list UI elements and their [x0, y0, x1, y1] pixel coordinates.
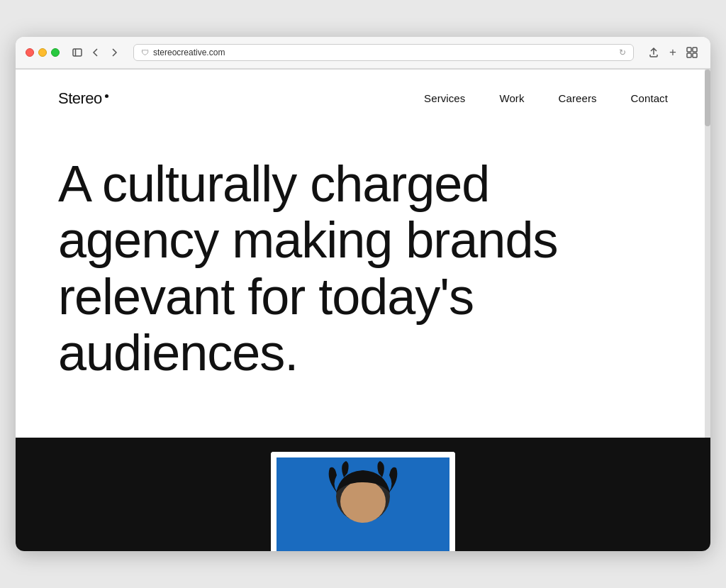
nav-link-careers[interactable]: Careers [559, 92, 597, 104]
site-logo[interactable]: Stereo [58, 89, 108, 108]
hero-section: A culturally charged agency making brand… [16, 128, 710, 438]
nav-link-work[interactable]: Work [499, 92, 524, 104]
browser-window: 🛡 stereocreative.com ↻ + [16, 37, 710, 551]
nav-item-careers[interactable]: Careers [559, 92, 597, 105]
website-content: Stereo Services Work Careers Contact A c… [16, 70, 710, 551]
url-text: stereocreative.com [153, 48, 225, 57]
browser-actions: + [645, 44, 700, 61]
svg-rect-4 [687, 53, 691, 57]
nav-item-services[interactable]: Services [424, 92, 465, 105]
maximize-button[interactable] [51, 48, 60, 57]
dark-section [16, 438, 710, 551]
sidebar-toggle-button[interactable] [69, 46, 85, 59]
close-button[interactable] [26, 48, 34, 57]
person-image [277, 457, 449, 551]
address-bar[interactable]: 🛡 stereocreative.com ↻ [133, 44, 634, 61]
card-preview [271, 452, 455, 551]
nav-item-contact[interactable]: Contact [631, 92, 668, 105]
reload-icon: ↻ [619, 48, 626, 57]
nav-link-services[interactable]: Services [424, 92, 465, 104]
svg-rect-3 [693, 48, 697, 52]
scrollbar-thumb[interactable] [705, 70, 710, 126]
nav-link-contact[interactable]: Contact [631, 92, 668, 104]
hero-headline: A culturally charged agency making brand… [58, 156, 590, 381]
share-button[interactable] [645, 44, 662, 61]
address-bar-container: 🛡 stereocreative.com ↻ [133, 44, 634, 61]
svg-point-8 [340, 480, 386, 523]
logo-dot [105, 94, 108, 98]
new-tab-button[interactable]: + [666, 44, 679, 61]
back-button[interactable] [88, 46, 104, 59]
minimize-button[interactable] [38, 48, 47, 57]
svg-rect-2 [687, 48, 691, 52]
browser-titlebar: 🛡 stereocreative.com ↻ + [16, 37, 710, 69]
tab-grid-button[interactable] [683, 44, 700, 61]
traffic-lights [26, 48, 60, 57]
forward-button[interactable] [106, 46, 122, 59]
security-icon: 🛡 [141, 48, 149, 57]
site-navigation: Stereo Services Work Careers Contact [16, 70, 710, 128]
nav-item-work[interactable]: Work [499, 92, 524, 105]
browser-chrome: 🛡 stereocreative.com ↻ + [16, 37, 710, 70]
svg-rect-0 [73, 49, 82, 56]
nav-links: Services Work Careers Contact [424, 92, 668, 105]
browser-controls [69, 46, 122, 59]
svg-rect-5 [693, 53, 697, 57]
